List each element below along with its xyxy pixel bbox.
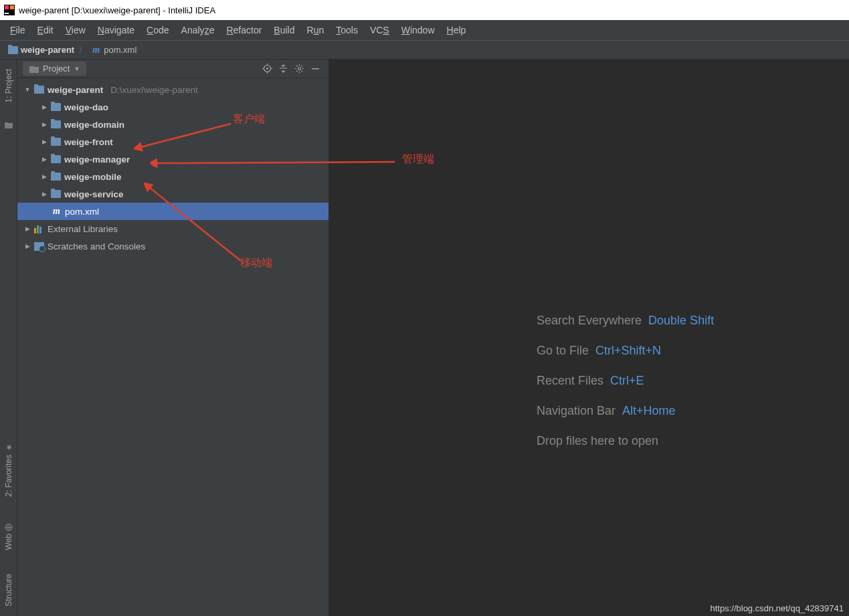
- folder-icon: [51, 173, 61, 181]
- tree-module[interactable]: ▶weige-domain: [17, 116, 328, 133]
- folder-icon: [34, 86, 44, 94]
- tree-root-label: weige-parent: [48, 85, 103, 95]
- tree-module-label: weige-front: [64, 137, 113, 147]
- folder-icon: [51, 190, 61, 198]
- collapse-all-icon[interactable]: [275, 61, 291, 77]
- gear-icon[interactable]: [291, 61, 307, 77]
- menu-tools[interactable]: Tools: [330, 22, 364, 38]
- breadcrumb-separator: 〉: [78, 44, 87, 56]
- folder-icon: [51, 103, 61, 111]
- gutter-tab-project[interactable]: 1: Project: [3, 65, 15, 107]
- breadcrumb-root[interactable]: weige-parent: [5, 45, 77, 55]
- star-icon: ★: [5, 443, 12, 452]
- svg-point-6: [266, 68, 268, 70]
- menu-file[interactable]: File: [4, 22, 31, 38]
- hint-row: Navigation BarAlt+Home: [537, 404, 714, 418]
- watermark: https://blog.csdn.net/qq_42839741: [711, 603, 844, 613]
- tree-module[interactable]: ▶weige-dao: [17, 98, 328, 116]
- collapse-arrow-icon[interactable]: ▶: [41, 156, 48, 163]
- tree-root-path: D:\xuexi\weige-parent: [110, 85, 198, 95]
- tree-module[interactable]: ▶weige-mobile: [17, 168, 328, 185]
- editor-hints: Search EverywhereDouble Shift Go to File…: [537, 314, 714, 464]
- folder-icon: [51, 120, 61, 128]
- collapse-arrow-icon[interactable]: ▶: [41, 104, 48, 110]
- project-view-selector[interactable]: Project ▼: [23, 62, 86, 76]
- maven-icon: m: [52, 207, 62, 217]
- tree-file-pom[interactable]: mpom.xml: [17, 203, 328, 220]
- svg-rect-8: [312, 68, 319, 70]
- hide-icon[interactable]: [307, 61, 323, 77]
- hint-label: Navigation Bar: [537, 404, 616, 417]
- gutter-tab-web[interactable]: Web: [3, 517, 15, 554]
- menu-view[interactable]: View: [60, 22, 92, 38]
- tree-root[interactable]: ▼ weige-parent D:\xuexi\weige-parent: [17, 81, 328, 98]
- gutter-tab-label: Structure: [4, 574, 13, 607]
- hint-label: Go to File: [537, 344, 589, 357]
- tree-item-label: Scratches and Consoles: [48, 241, 145, 251]
- hint-label: Recent Files: [537, 374, 603, 387]
- tree-module[interactable]: ▶weige-service: [17, 185, 328, 203]
- folder-icon: [51, 155, 61, 163]
- window-title: weige-parent [D:\xuexi\weige-parent] - I…: [19, 5, 215, 15]
- hint-row: Recent FilesCtrl+E: [537, 374, 714, 388]
- tree-external-libraries[interactable]: ▶External Libraries: [17, 220, 328, 237]
- main-area: 1: Project 2: Favorites ★ Web Structure: [0, 60, 849, 616]
- gutter-tab-favorites[interactable]: 2: Favorites ★: [3, 439, 15, 501]
- svg-point-7: [298, 68, 300, 70]
- hint-row: Search EverywhereDouble Shift: [537, 314, 714, 328]
- menu-code[interactable]: Code: [140, 22, 175, 38]
- tree-module-label: weige-mobile: [64, 172, 122, 182]
- hint-shortcut: Ctrl+Shift+N: [595, 344, 661, 357]
- svg-rect-1: [5, 5, 9, 9]
- app-icon: [4, 5, 15, 15]
- tree-item-label: External Libraries: [48, 224, 118, 234]
- project-tree: ▼ weige-parent D:\xuexi\weige-parent ▶we…: [17, 78, 328, 616]
- svg-rect-3: [10, 5, 14, 9]
- globe-icon: [5, 521, 13, 531]
- tree-module-label: weige-service: [64, 189, 124, 199]
- gutter-tab-label: 2: Favorites: [4, 455, 13, 497]
- folder-icon: [8, 46, 18, 54]
- collapse-arrow-icon[interactable]: ▶: [41, 191, 48, 197]
- menu-help[interactable]: Help: [441, 22, 472, 38]
- menu-vcs[interactable]: VCS: [364, 22, 395, 38]
- expand-arrow-icon[interactable]: ▼: [24, 86, 31, 93]
- tree-module[interactable]: ▶weige-manager: [17, 150, 328, 168]
- locate-icon[interactable]: [259, 61, 275, 77]
- left-gutter: 1: Project 2: Favorites ★ Web Structure: [0, 60, 17, 616]
- menu-analyze[interactable]: Analyze: [175, 22, 221, 38]
- collapse-arrow-icon[interactable]: ▶: [24, 243, 31, 249]
- breadcrumb-root-label: weige-parent: [21, 45, 74, 55]
- breadcrumb-file-label: pom.xml: [104, 45, 136, 55]
- folder-icon: [51, 138, 61, 146]
- collapse-arrow-icon[interactable]: ▶: [41, 138, 48, 145]
- tree-module[interactable]: ▶weige-front: [17, 133, 328, 150]
- project-tool-window: Project ▼ ▼ weige-parent D:\xuexi\weige-…: [17, 60, 329, 616]
- chevron-down-icon: ▼: [74, 66, 80, 72]
- editor-empty-area[interactable]: Search EverywhereDouble Shift Go to File…: [329, 60, 849, 616]
- menu-navigate[interactable]: Navigate: [92, 22, 140, 38]
- breadcrumb-file[interactable]: m pom.xml: [88, 45, 139, 55]
- libraries-icon: [34, 225, 44, 233]
- folder-small-icon[interactable]: [4, 120, 13, 130]
- gutter-tab-label: Web: [4, 534, 13, 550]
- svg-rect-2: [5, 13, 9, 14]
- menu-window[interactable]: Window: [395, 22, 441, 38]
- menu-edit[interactable]: Edit: [31, 22, 60, 38]
- project-pane-header: Project ▼: [17, 60, 328, 78]
- hint-row: Drop files here to open: [537, 434, 714, 448]
- tree-module-label: weige-domain: [64, 120, 124, 130]
- collapse-arrow-icon[interactable]: ▶: [41, 121, 48, 128]
- menu-run[interactable]: Run: [301, 22, 331, 38]
- maven-icon: m: [91, 45, 101, 55]
- menu-refactor[interactable]: Refactor: [220, 22, 268, 38]
- collapse-arrow-icon[interactable]: ▶: [24, 225, 31, 232]
- collapse-arrow-icon[interactable]: ▶: [41, 173, 48, 180]
- hint-shortcut: Ctrl+E: [610, 374, 644, 387]
- project-icon: [29, 65, 39, 73]
- tree-module-label: weige-manager: [64, 155, 130, 165]
- hint-label: Drop files here to open: [537, 434, 658, 447]
- menu-build[interactable]: Build: [268, 22, 300, 38]
- gutter-tab-structure[interactable]: Structure: [3, 570, 15, 611]
- tree-scratches[interactable]: ▶Scratches and Consoles: [17, 237, 328, 255]
